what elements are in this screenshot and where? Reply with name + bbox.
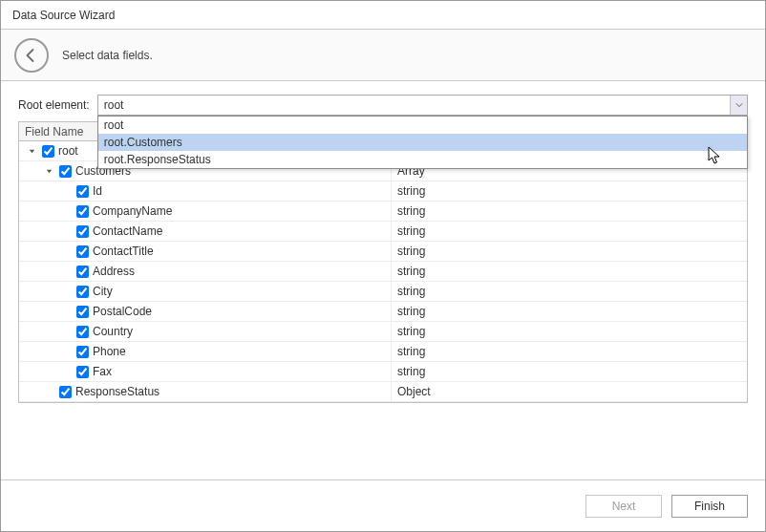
field-type-cell: string [392,342,747,361]
field-checkbox[interactable] [42,145,54,158]
expander-none [59,325,73,338]
expander-none [59,245,73,258]
finish-button[interactable]: Finish [671,495,748,518]
field-checkbox[interactable] [76,326,89,338]
field-name: ResponseStatus [75,385,160,398]
dropdown-option[interactable]: root [98,117,747,134]
root-element-value: root [98,96,730,115]
field-name-cell: Country [19,322,392,341]
root-element-row: Root element: root rootroot.Customersroo… [18,95,748,116]
field-checkbox[interactable] [76,245,89,258]
table-row[interactable]: Countrystring [19,322,747,342]
field-checkbox[interactable] [76,346,89,358]
field-type-cell: string [392,242,747,261]
field-name-cell: Fax [19,362,392,381]
field-name: Fax [93,365,112,378]
field-name: Id [93,184,102,198]
table-row[interactable]: Addressstring [19,262,747,282]
field-checkbox[interactable] [59,165,72,178]
field-name-cell: City [19,282,392,301]
field-name-cell: Id [19,181,392,201]
field-name: CompanyName [93,204,172,218]
titlebar: Data Source Wizard [1,1,765,30]
field-type-cell: Object [392,382,747,401]
expander-none [59,224,73,238]
subheader: Select data fields. [1,30,765,81]
table-row[interactable]: ContactTitlestring [19,242,747,262]
expander-none [59,285,73,298]
field-checkbox[interactable] [76,286,89,298]
field-checkbox[interactable] [76,306,89,318]
chevron-down-icon[interactable] [730,96,747,115]
table-row[interactable]: CompanyNamestring [19,202,747,222]
field-type-cell: string [392,202,747,221]
field-type-cell: string [392,322,747,341]
table-row[interactable]: Faxstring [19,362,747,382]
table-row[interactable]: ContactNamestring [19,222,747,242]
expander-none [59,265,73,278]
field-checkbox[interactable] [76,225,89,238]
field-type-cell: string [392,181,747,201]
expander-none [59,184,73,198]
root-element-label: Root element: [18,98,90,112]
table-row[interactable]: Idstring [19,181,747,202]
window-title: Data Source Wizard [12,9,115,22]
dropdown-option[interactable]: root.Customers [98,134,747,151]
field-name: ContactName [93,224,162,238]
close-icon[interactable] [744,6,755,25]
content-area: Root element: root rootroot.Customersroo… [1,81,765,479]
field-name: root [58,144,78,158]
table-row[interactable]: PostalCodestring [19,302,747,322]
expander-none [59,305,73,318]
field-name: Phone [93,345,126,358]
root-element-dropdown[interactable]: rootroot.Customersroot.ResponseStatus [97,116,748,169]
next-button: Next [585,495,662,518]
field-type-cell: string [392,262,747,281]
field-name: City [93,285,113,298]
field-name-cell: ContactTitle [19,242,392,261]
field-name: PostalCode [93,305,152,318]
expander-open-icon[interactable] [25,144,38,158]
expander-none [42,385,55,398]
field-name-cell: Phone [19,342,392,361]
field-type-cell: string [392,222,747,241]
expander-none [59,204,73,218]
page-subtitle: Select data fields. [62,49,153,62]
field-type-cell: string [392,282,747,301]
table-row[interactable]: Phonestring [19,342,747,362]
field-name-cell: ResponseStatus [19,382,392,401]
field-name-cell: Address [19,262,392,281]
field-checkbox[interactable] [59,386,72,398]
back-button[interactable] [14,38,49,73]
dropdown-option[interactable]: root.ResponseStatus [98,151,747,168]
field-name: Address [93,265,135,278]
field-checkbox[interactable] [76,185,89,198]
expander-none [59,365,73,378]
field-name-cell: CompanyName [19,202,392,221]
field-checkbox[interactable] [76,366,89,378]
table-row[interactable]: Citystring [19,282,747,302]
expander-none [59,345,73,358]
footer: Next Finish [1,479,765,531]
field-type-cell: string [392,362,747,381]
table-row[interactable]: ResponseStatusObject [19,382,747,402]
field-name-cell: PostalCode [19,302,392,321]
field-type-cell: string [392,302,747,321]
field-name-cell: ContactName [19,222,392,241]
field-name: Country [93,325,133,338]
expander-open-icon[interactable] [42,164,55,178]
field-name: ContactTitle [93,245,154,258]
grid-body: rootCustomersArrayIdstringCompanyNamestr… [19,141,747,402]
root-element-combo[interactable]: root rootroot.Customersroot.ResponseStat… [97,95,748,116]
field-checkbox[interactable] [76,266,89,278]
field-checkbox[interactable] [76,205,89,218]
